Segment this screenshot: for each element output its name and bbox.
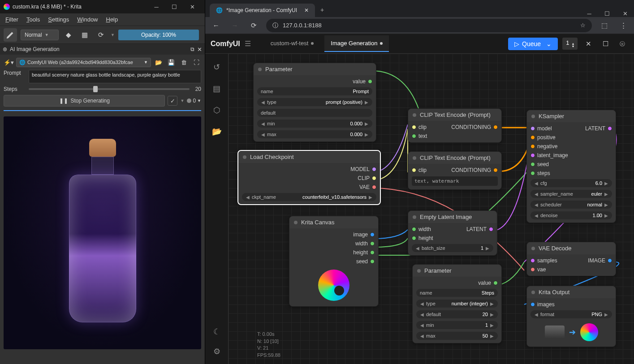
comfy-topbar: ComfyUI ☰ custom-wf-test Image Generatio… xyxy=(205,34,634,54)
stop-icon[interactable]: ☐ xyxy=(599,38,612,50)
window-title: custom.kra (4.8 MiB) * - Krita xyxy=(13,4,82,10)
reload-icon[interactable]: ⟳ xyxy=(247,19,260,32)
open-folder-icon[interactable]: 📂 xyxy=(154,57,164,67)
prompt-label: Prompt xyxy=(4,70,26,76)
browser-maximize[interactable]: ☐ xyxy=(598,10,616,17)
browser-minimize[interactable]: ─ xyxy=(580,10,598,17)
node-ksampler[interactable]: KSampler model LATENT positive negative … xyxy=(526,110,616,223)
model-icon[interactable]: ⬡ xyxy=(211,105,222,116)
dock-close-icon[interactable]: ✕ xyxy=(197,46,202,53)
ai-dock-header: ⊛ AI Image Generation ⧉ ✕ xyxy=(0,44,205,55)
workflow-select[interactable]: 🌐ComfyUI Web (a2da9924cbd949dd830a32bfca… xyxy=(16,58,151,67)
node-parameter-steps[interactable]: Parameter value nameSteps ◀typenumber (i… xyxy=(412,264,502,343)
image-preview xyxy=(4,116,201,349)
cancel-icon[interactable]: ✕ xyxy=(582,38,595,50)
tab-custom-wf[interactable]: custom-wf-test xyxy=(264,35,320,52)
hamburger-icon[interactable]: ☰ xyxy=(245,39,251,48)
globe-icon: 🌐 xyxy=(216,7,223,13)
reload-icon[interactable]: ⟳ xyxy=(95,29,107,41)
brush-preset-icon[interactable] xyxy=(4,28,17,42)
menu-window[interactable]: Window xyxy=(77,16,98,23)
krita-titlebar[interactable]: custom.kra (4.8 MiB) * - Krita ─ ☐ ✕ xyxy=(0,0,205,13)
steps-slider[interactable] xyxy=(29,88,190,90)
steps-value: 20 xyxy=(192,86,201,92)
arrow-right-icon: ➔ xyxy=(569,327,576,337)
menu-filter[interactable]: Filter xyxy=(5,16,18,23)
menu-tools[interactable]: Tools xyxy=(26,16,40,23)
browser-menu-icon[interactable]: ⋮ xyxy=(617,19,630,32)
address-bar-row: ← → ⟳ ⓘ 127.0.0.1:8188 ☆ ⬚ ⋮ xyxy=(205,17,634,34)
dock-float-icon[interactable]: ⧉ xyxy=(190,46,194,52)
comfy-logo: ComfyUI xyxy=(211,40,240,48)
queue-count[interactable]: 1 ▴▾ xyxy=(562,38,578,50)
reset-view-icon[interactable]: ⦾ xyxy=(616,38,629,50)
tab-image-generation[interactable]: Image Generation xyxy=(324,35,389,52)
progress-bar xyxy=(4,110,201,111)
node-empty-latent[interactable]: Empty Latent Image width LATENT height ◀… xyxy=(408,210,497,256)
apply-icon[interactable]: ✓ xyxy=(168,96,177,106)
browser-close[interactable]: ✕ xyxy=(616,10,634,17)
canvas-stats: T: 0.00s N: 10 [10] V: 21 FPS:59.88 xyxy=(257,331,280,359)
app-icon xyxy=(4,4,10,10)
history-icon[interactable]: ↺ xyxy=(211,62,222,73)
close-button[interactable]: ✕ xyxy=(183,4,201,10)
browser-titlebar: 🌐 *Image Generation - ComfyUI ✕ + ─ ☐ ✕ xyxy=(205,0,634,17)
new-tab-button[interactable]: + xyxy=(315,3,329,17)
comfyui-app: ComfyUI ☰ custom-wf-test Image Generatio… xyxy=(205,34,634,364)
queue-button[interactable]: ▷ Queue ⌄ xyxy=(508,38,558,50)
node-parameter-prompt[interactable]: Parameter value namePrompt ◀typeprompt (… xyxy=(253,63,376,142)
eraser-icon[interactable]: ◆ xyxy=(62,29,75,41)
node-vae-decode[interactable]: VAE Decode samples IMAGE vae xyxy=(526,242,616,276)
node-clip-encode-positive[interactable]: CLIP Text Encode (Prompt) clip CONDITION… xyxy=(408,108,502,143)
opacity-slider[interactable]: Opacity: 100% xyxy=(118,30,199,40)
comfy-sidebar: ↺ ▤ ⬡ 📂 ☾ ⚙ xyxy=(205,54,229,364)
brush-toolbar: Normal▼ ◆ ▦ ⟳ ▼ Opacity: 100% xyxy=(0,26,205,44)
extensions-icon[interactable]: ⬚ xyxy=(598,19,611,32)
krita-target-icon xyxy=(580,323,598,341)
url-input[interactable]: ⓘ 127.0.0.1:8188 ☆ xyxy=(266,19,592,32)
blend-mode-select[interactable]: Normal▼ xyxy=(21,30,59,40)
maximize-button[interactable]: ☐ xyxy=(165,4,183,10)
krita-logo-icon xyxy=(318,270,349,301)
browser-tab[interactable]: 🌐 *Image Generation - ComfyUI ✕ xyxy=(210,4,315,17)
node-krita-canvas[interactable]: Krita Canvas image width height seed xyxy=(289,216,379,307)
ai-dock-body: ⚡▾ 🌐ComfyUI Web (a2da9924cbd949dd830a32b… xyxy=(0,55,205,114)
node-krita-output[interactable]: Krita Output images ◀formatPNG▶ ➔ xyxy=(526,286,616,347)
ai-icon: ⊛ xyxy=(3,46,7,52)
negative-text-input[interactable]: text, watermark xyxy=(412,176,498,186)
node-clip-encode-negative[interactable]: CLIP Text Encode (Prompt) clip CONDITION… xyxy=(408,151,502,190)
prompt-input[interactable]: beautiful scenery nature glass bottle la… xyxy=(29,70,201,83)
menu-settings[interactable]: Settings xyxy=(48,16,69,23)
browser-window: 🌐 *Image Generation - ComfyUI ✕ + ─ ☐ ✕ … xyxy=(205,0,634,364)
alpha-lock-icon[interactable]: ▦ xyxy=(78,29,91,41)
menu-help[interactable]: Help xyxy=(106,16,118,23)
bookmark-icon[interactable]: ☆ xyxy=(580,22,586,29)
expand-icon[interactable]: ⛶ xyxy=(191,57,201,67)
tab-close-icon[interactable]: ✕ xyxy=(304,7,309,13)
settings-icon[interactable]: ⚙ xyxy=(211,346,222,357)
theme-icon[interactable]: ☾ xyxy=(211,326,222,337)
steps-label: Steps xyxy=(4,86,26,92)
chevron-down-icon[interactable]: ⌄ xyxy=(546,40,552,47)
batch-indicator[interactable]: 0 ▼ xyxy=(187,98,201,104)
forward-icon[interactable]: → xyxy=(229,19,241,32)
dock-title: AI Image Generation xyxy=(10,46,60,52)
thumbnail-icon xyxy=(545,325,565,339)
folder-icon[interactable]: 📂 xyxy=(211,126,222,137)
site-info-icon[interactable]: ⓘ xyxy=(272,21,278,30)
node-canvas[interactable]: Parameter value namePrompt ◀typeprompt (… xyxy=(229,54,634,364)
save-icon[interactable]: 💾 xyxy=(166,57,176,67)
node-load-checkpoint[interactable]: Load Checkpoint MODEL CLIP VAE ◀ckpt_nam… xyxy=(237,150,381,205)
queue-list-icon[interactable]: ▤ xyxy=(211,83,222,94)
krita-window: custom.kra (4.8 MiB) * - Krita ─ ☐ ✕ Fil… xyxy=(0,0,205,364)
pause-icon: ❚❚ xyxy=(59,98,68,104)
play-icon: ▷ xyxy=(514,40,519,47)
back-icon[interactable]: ← xyxy=(210,19,222,32)
delete-icon[interactable]: 🗑 xyxy=(179,57,189,67)
menu-bar: Filter Tools Settings Window Help xyxy=(0,13,205,26)
connect-icon[interactable]: ⚡▾ xyxy=(4,57,13,67)
stop-generating-button[interactable]: ❚❚ Stop Generating xyxy=(4,95,165,107)
minimize-button[interactable]: ─ xyxy=(147,4,165,10)
